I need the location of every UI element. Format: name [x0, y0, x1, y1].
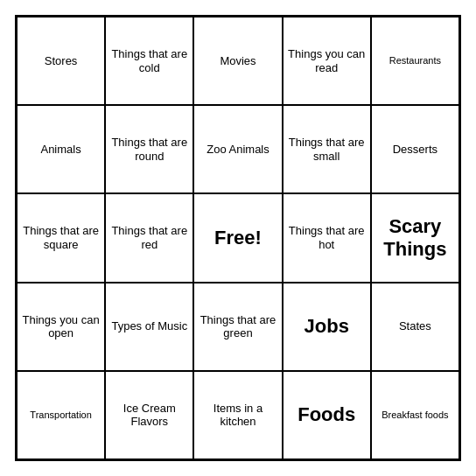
- bingo-cell-r2c3: Things that are hot: [283, 193, 371, 282]
- bingo-cell-r1c3: Things that are small: [283, 105, 371, 193]
- bingo-cell-r2c2: Free!: [193, 193, 282, 282]
- bingo-cell-r1c0: Animals: [17, 105, 105, 193]
- bingo-cell-r3c4: States: [371, 283, 459, 371]
- bingo-cell-r0c0: Stores: [17, 17, 105, 105]
- bingo-cell-r0c4: Restaurants: [371, 17, 459, 105]
- bingo-cell-r3c2: Things that are green: [193, 283, 282, 371]
- bingo-cell-r0c3: Things you can read: [283, 17, 371, 105]
- bingo-cell-r4c3: Foods: [283, 371, 371, 459]
- bingo-cell-r1c1: Things that are round: [105, 105, 193, 193]
- bingo-cell-r4c4: Breakfast foods: [371, 371, 459, 459]
- bingo-cell-r0c2: Movies: [193, 17, 282, 105]
- bingo-cell-r1c2: Zoo Animals: [193, 105, 282, 193]
- bingo-cell-r0c1: Things that are cold: [105, 17, 193, 105]
- bingo-cell-r2c0: Things that are square: [17, 193, 105, 282]
- bingo-cell-r3c3: Jobs: [283, 283, 371, 371]
- bingo-cell-r3c0: Things you can open: [17, 283, 105, 371]
- bingo-cell-r4c1: Ice Cream Flavors: [105, 371, 193, 459]
- bingo-cell-r2c4: Scary Things: [371, 193, 459, 282]
- bingo-cell-r3c1: Types of Music: [105, 283, 193, 371]
- bingo-cell-r4c0: Transportation: [17, 371, 105, 459]
- bingo-cell-r2c1: Things that are red: [105, 193, 193, 282]
- bingo-cell-r1c4: Desserts: [371, 105, 459, 193]
- bingo-board: StoresThings that are coldMoviesThings y…: [15, 15, 461, 461]
- bingo-cell-r4c2: Items in a kitchen: [193, 371, 282, 459]
